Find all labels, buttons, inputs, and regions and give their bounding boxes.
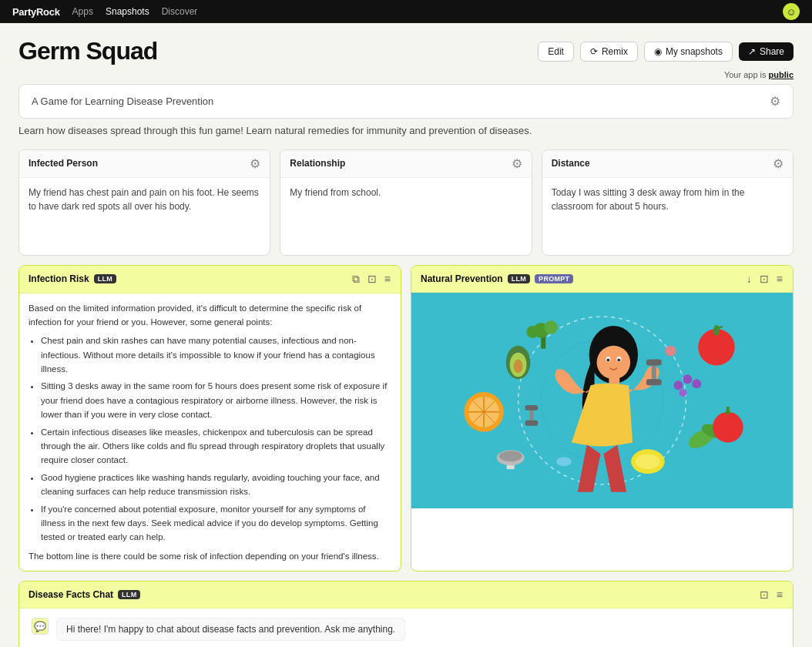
chat-bot-avatar: 💬 [32,618,49,635]
natural-prevention-header: Natural Prevention LLM PROMPT ↓ ⊡ ≡ [411,266,793,293]
brand-logo[interactable]: PartyRock [12,6,60,18]
svg-point-42 [556,457,572,466]
svg-point-25 [636,454,660,469]
infection-bullet-2: Sitting 3 desks away in the same room fo… [41,379,391,421]
svg-rect-34 [525,404,539,410]
svg-rect-45 [726,406,730,414]
svg-point-14 [713,324,720,335]
relationship-header: Relationship ⚙ [280,150,531,178]
chat-actions: ⊡ ≡ [759,588,783,602]
infection-risk-header: Infection Risk LLM ⧉ ⊡ ≡ [19,266,401,293]
infection-outro: The bottom line is there could be some r… [29,549,391,563]
svg-point-43 [666,345,676,356]
public-link[interactable]: public [769,70,794,79]
distance-body[interactable]: Today I was sitting 3 desk away from him… [542,178,793,255]
infection-bullet-1: Chest pain and skin rashes can have many… [41,334,391,376]
infection-expand-button[interactable]: ⊡ [367,272,377,286]
infection-bullet-4: Good hygiene practices like washing hand… [41,471,391,499]
natural-download-button[interactable]: ↓ [746,272,753,286]
llm-badge-infection: LLM [94,274,116,283]
app-header: Germ Squad Edit ⟳ Remix ◉ My snapshots ↗… [0,23,812,73]
infected-person-title: Infected Person [29,158,98,169]
chat-llm-badge: LLM [118,590,140,599]
chat-expand-button[interactable]: ⊡ [759,588,770,602]
disease-facts-chat-card: Disease Facts Chat LLM ⊡ ≡ 💬 Hi there! I… [18,581,794,647]
svg-point-29 [526,325,539,337]
edit-button[interactable]: Edit [538,42,574,62]
svg-point-38 [674,380,683,390]
distance-title: Distance [552,158,590,169]
infection-risk-card: Infection Risk LLM ⧉ ⊡ ≡ Based on the li… [18,265,401,572]
top-navigation: PartyRock Apps Snapshots Discover ☺ [0,0,812,23]
llm-badge-natural: LLM [508,274,530,283]
chat-body: 💬 Hi there! I'm happy to chat about dise… [19,608,793,647]
infection-risk-body: Based on the limited information provide… [19,293,401,572]
input-cards-row: Infected Person ⚙ My friend has chest pa… [18,149,794,256]
infected-person-tune-icon[interactable]: ⚙ [250,156,260,171]
remix-button[interactable]: ⟳ Remix [580,42,638,62]
tune-icon[interactable]: ⚙ [770,94,780,109]
distance-header: Distance ⚙ [542,150,793,178]
infection-risk-title: Infection Risk [29,273,89,284]
relationship-title: Relationship [290,158,345,169]
relationship-card: Relationship ⚙ My friend from school. [280,149,532,256]
app-title: Germ Squad [18,37,157,65]
infection-risk-title-group: Infection Risk LLM [29,273,116,284]
description-banner: A Game for Learning Disease Prevention ⚙ [18,84,794,119]
svg-point-44 [713,411,743,442]
nav-snapshots[interactable]: Snapshots [106,6,149,17]
svg-point-7 [606,358,609,361]
remix-icon: ⟳ [590,46,598,57]
distance-tune-icon[interactable]: ⚙ [773,156,783,171]
infected-person-card: Infected Person ⚙ My friend has chest pa… [18,149,270,256]
infection-bullet-5: If you're concerned about potential expo… [41,502,391,545]
infection-intro: Based on the limited information provide… [29,301,391,330]
llm-cards-row: Infection Risk LLM ⧉ ⊡ ≡ Based on the li… [18,265,794,572]
chat-message: 💬 Hi there! I'm happy to chat about dise… [32,618,780,641]
public-notice: Your app is public [0,70,812,79]
svg-point-28 [544,320,558,334]
infection-risk-actions: ⧉ ⊡ ≡ [351,272,391,287]
chat-settings-button[interactable]: ≡ [776,588,783,602]
camera-icon: ◉ [654,46,662,57]
infection-bullets: Chest pain and skin rashes can have many… [41,334,391,544]
chat-title: Disease Facts Chat [29,589,113,600]
description-text: Learn how diseases spread through this f… [18,123,794,139]
infected-person-header: Infected Person ⚙ [19,150,270,178]
svg-point-40 [692,379,701,388]
infection-bullet-3: Certain infectious diseases like measles… [41,425,391,468]
natural-prevention-title-group: Natural Prevention LLM PROMPT [421,273,573,284]
share-button[interactable]: ↗ Share [739,42,794,61]
chat-bubble: Hi there! I'm happy to chat about diseas… [56,618,405,641]
infection-copy-button[interactable]: ⧉ [351,272,361,287]
share-icon: ↗ [748,46,756,57]
description-banner-title: A Game for Learning Disease Prevention [32,96,213,107]
natural-settings-button[interactable]: ≡ [776,272,783,286]
nav-apps[interactable]: Apps [72,6,93,17]
header-actions: Edit ⟳ Remix ◉ My snapshots ↗ Share [538,42,794,62]
natural-prevention-image [411,293,793,508]
svg-point-39 [683,374,692,384]
svg-point-8 [617,358,620,361]
prompt-badge: PROMPT [535,274,573,283]
natural-prevention-card: Natural Prevention LLM PROMPT ↓ ⊡ ≡ [411,265,794,572]
chat-title-group: Disease Facts Chat LLM [29,589,140,600]
infection-settings-button[interactable]: ≡ [384,272,391,286]
nav-discover[interactable]: Discover [162,6,198,17]
svg-point-32 [499,451,522,461]
svg-rect-35 [525,420,539,425]
relationship-tune-icon[interactable]: ⚙ [512,156,522,171]
chat-header: Disease Facts Chat LLM ⊡ ≡ [19,582,793,608]
natural-expand-button[interactable]: ⊡ [759,272,770,286]
svg-point-41 [679,389,686,397]
distance-card: Distance ⚙ Today I was sitting 3 desk aw… [542,149,794,256]
snapshots-button[interactable]: ◉ My snapshots [644,42,733,62]
user-avatar[interactable]: ☺ [783,3,800,20]
svg-point-23 [514,359,523,373]
svg-point-4 [597,345,631,379]
relationship-body[interactable]: My friend from school. [280,178,531,255]
svg-rect-11 [646,359,662,365]
natural-prevention-actions: ↓ ⊡ ≡ [746,272,783,286]
infected-person-body[interactable]: My friend has chest pain and pain on his… [19,178,270,255]
svg-rect-12 [646,379,662,385]
